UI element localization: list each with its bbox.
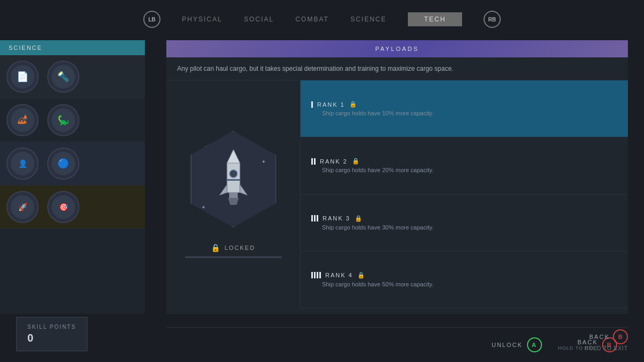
skill-progress-bar (185, 256, 282, 258)
skill-detail-panel: PAYLOADS Any pilot can haul cargo, but i… (166, 40, 628, 314)
rank-4-title: RANK 4 (325, 272, 353, 278)
rank-item-1[interactable]: RANK 1 🔒 Ship cargo holds have 10% more … (301, 80, 628, 137)
rank-item-3[interactable]: RANK 3 🔒 Ship cargo holds have 30% more … (301, 195, 628, 252)
sparkle-icon: ✦ (201, 204, 206, 210)
rank-1-desc: Ship cargo holds have 10% more capacity. (322, 110, 617, 116)
rank-2-lock-icon: 🔒 (352, 158, 360, 165)
rank-item-2[interactable]: RANK 2 🔒 Ship cargo holds have 20% more … (301, 137, 628, 194)
rank-4-desc: Ship cargo holds have 50% more capacity. (322, 281, 617, 287)
sidebar-header: SCIENCE (0, 40, 145, 55)
skill-icon-3b: 🔵 (47, 147, 79, 180)
skill-icon-2a: 🏕 (6, 104, 39, 136)
svg-rect-2 (227, 179, 240, 181)
skill-points-box: SKILL POINTS 0 (16, 317, 87, 351)
rb-button[interactable]: RB (484, 11, 501, 28)
action-bar: UNLOCK A BACK HOLD TO EXIT B (166, 327, 628, 362)
lb-button[interactable]: LB (143, 11, 160, 28)
rank-1-title: RANK 1 (317, 101, 345, 108)
skill-body: ✦ ✦ ✦ 🔒 LOCKED RANK 1 (166, 80, 628, 308)
rank-item-4[interactable]: RANK 4 🔒 Ship cargo holds have 50% more … (301, 252, 628, 308)
list-item[interactable]: 👤 🔵 (0, 142, 145, 186)
rank-2-title: RANK 2 (320, 158, 348, 165)
skill-panel-title: PAYLOADS (166, 40, 628, 57)
tab-physical[interactable]: PHYSICAL (182, 16, 222, 23)
skill-hexagon: ✦ ✦ ✦ (191, 131, 276, 227)
rank-4-lock-icon: 🔒 (357, 272, 365, 279)
sparkle-icon: ✦ (203, 143, 208, 149)
svg-point-0 (230, 170, 237, 178)
tab-social[interactable]: SOCIAL (244, 16, 274, 23)
skill-icon-3a: 👤 (6, 147, 39, 180)
bottom-b-button[interactable]: B (613, 329, 628, 344)
rank-2-desc: Ship cargo holds have 20% more capacity. (322, 167, 617, 173)
skill-icon-1b: 🔦 (47, 61, 79, 93)
a-button[interactable]: A (527, 337, 542, 352)
skill-description: Any pilot can haul cargo, but it takes s… (166, 57, 628, 80)
skill-icon-1a: 📄 (6, 61, 39, 93)
skill-points-value: 0 (27, 332, 76, 344)
rank-3-desc: Ship cargo holds have 30% more capacity. (322, 224, 617, 231)
list-item[interactable]: 🏕 🦕 (0, 99, 145, 142)
rank-1-lock-icon: 🔒 (349, 101, 357, 108)
tab-tech[interactable]: TECH (408, 12, 462, 26)
skill-icon-4b: 🎯 (47, 191, 79, 223)
svg-rect-1 (229, 193, 238, 198)
rank-3-lock-icon: 🔒 (355, 215, 362, 222)
unlock-label: UNLOCK (492, 342, 523, 348)
top-navigation: LB PHYSICAL SOCIAL COMBAT SCIENCE TECH R… (0, 0, 644, 33)
list-item[interactable]: 🚀 🎯 (0, 186, 145, 229)
sparkle-icon: ✦ (261, 159, 266, 165)
tab-combat[interactable]: COMBAT (295, 16, 328, 23)
locked-section: 🔒 LOCKED (211, 243, 255, 252)
rank-list: RANK 1 🔒 Ship cargo holds have 10% more … (301, 80, 628, 308)
unlock-action[interactable]: UNLOCK A (492, 337, 542, 352)
skill-icon-2b: 🦕 (47, 104, 79, 136)
skill-icon-4a: 🚀 (6, 191, 39, 223)
skill-sidebar: SCIENCE 📄 🔦 🏕 🦕 👤 🔵 🚀 🎯 (0, 40, 145, 314)
lock-icon: 🔒 (211, 243, 220, 252)
bottom-right-back: BACK B HOLD TO EXIT (584, 329, 628, 351)
rank-3-title: RANK 3 (323, 215, 350, 221)
skill-image-area: ✦ ✦ ✦ 🔒 LOCKED (166, 80, 301, 308)
bottom-hold-exit-label: HOLD TO EXIT (584, 345, 628, 351)
skill-points-label: SKILL POINTS (27, 324, 76, 330)
tab-science[interactable]: SCIENCE (350, 16, 386, 23)
bottom-back-label: BACK (589, 334, 610, 340)
locked-label: LOCKED (224, 245, 255, 251)
list-item[interactable]: 📄 🔦 (0, 55, 145, 99)
